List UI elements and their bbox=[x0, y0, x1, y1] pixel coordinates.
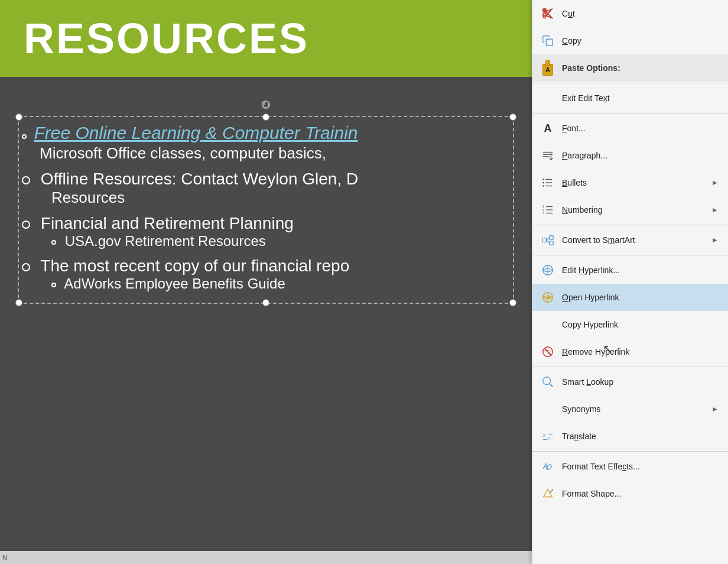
slide-content-area[interactable]: ↻ Free Online Learning & Computer Traini… bbox=[0, 77, 532, 316]
convert-smartart-arrow: ► bbox=[711, 236, 719, 244]
svg-point-10 bbox=[542, 179, 544, 180]
svg-rect-22 bbox=[542, 238, 546, 242]
svg-line-40 bbox=[550, 490, 554, 493]
slide-title: RESOURCES bbox=[24, 14, 309, 63]
bullet-item-4: The most recent copy of our financial re… bbox=[22, 257, 510, 292]
bullet-sub-4: AdWorks Employee Benefits Guide bbox=[22, 275, 510, 292]
divider-1 bbox=[532, 83, 728, 83]
copy-icon bbox=[538, 31, 557, 50]
divider-3 bbox=[532, 225, 728, 225]
slide-header: RESOURCES bbox=[0, 0, 532, 77]
svg-text:A: A bbox=[548, 436, 551, 440]
divider-5 bbox=[532, 367, 728, 367]
svg-text:A: A bbox=[542, 462, 548, 471]
divider-2 bbox=[532, 113, 728, 114]
convert-smartart-icon bbox=[538, 231, 557, 249]
svg-rect-24 bbox=[550, 241, 553, 245]
bullet-sub-2: Resources bbox=[22, 189, 510, 207]
handle-tl[interactable] bbox=[15, 114, 22, 121]
svg-line-26 bbox=[546, 240, 550, 243]
menu-item-copy-hyperlink[interactable]: Copy Hyperlink bbox=[532, 311, 728, 338]
open-hyperlink-label: Open Hyperlink bbox=[562, 293, 719, 302]
bullet-main-3: Financial and Retirement Planning bbox=[41, 214, 294, 232]
menu-item-synonyms[interactable]: Synonyms ► bbox=[532, 396, 728, 423]
smart-lookup-icon bbox=[538, 372, 557, 391]
synonyms-label: Synonyms bbox=[562, 404, 711, 414]
bullets-icon bbox=[538, 173, 557, 192]
format-text-effects-label: Format Text Effects... bbox=[562, 462, 719, 471]
handle-br[interactable] bbox=[509, 299, 516, 306]
bullet-dot-1 bbox=[22, 134, 27, 139]
menu-item-paragraph[interactable]: Paragraph... bbox=[532, 142, 728, 169]
edit-hyperlink-label: Edit Hyperlink... bbox=[562, 265, 719, 275]
svg-line-3 bbox=[546, 9, 552, 12]
bullet-main-2: Offline Resources: Contact Weylon Glen, … bbox=[22, 170, 358, 188]
menu-item-font[interactable]: A Font... bbox=[532, 115, 728, 142]
edit-hyperlink-icon bbox=[538, 261, 557, 280]
svg-rect-5 bbox=[546, 39, 552, 46]
menu-item-exit-edit-text[interactable]: Exit Edit Text bbox=[532, 85, 728, 112]
numbering-icon: 1 2 3 bbox=[538, 200, 557, 219]
bullet-item-3: Financial and Retirement Planning USA.go… bbox=[22, 214, 510, 249]
bullet-sub-text-1: Microsoft Office classes, computer basic… bbox=[22, 144, 510, 163]
bullet-circle-4 bbox=[22, 263, 30, 271]
font-label: Font... bbox=[562, 124, 719, 133]
menu-item-bullets[interactable]: Bullets ► bbox=[532, 169, 728, 196]
bullets-arrow: ► bbox=[711, 179, 719, 187]
menu-item-format-text-effects[interactable]: A Format Text Effects... bbox=[532, 453, 728, 480]
menu-item-copy[interactable]: Copy bbox=[532, 27, 728, 54]
svg-point-12 bbox=[542, 182, 544, 184]
svg-point-14 bbox=[542, 185, 544, 187]
menu-item-format-shape[interactable]: Format Shape... bbox=[532, 480, 728, 507]
paragraph-label: Paragraph... bbox=[562, 151, 719, 160]
bullet-item-2: Offline Resources: Contact Weylon Glen, … bbox=[22, 170, 510, 207]
remove-hyperlink-icon bbox=[538, 342, 557, 361]
translate-label: Translate bbox=[562, 432, 719, 441]
bullet-item-1: Free Online Learning & Computer Trainin … bbox=[22, 123, 510, 163]
menu-item-convert-smartart[interactable]: Convert to SmartArt ► bbox=[532, 226, 728, 254]
bullet-circle-2 bbox=[22, 176, 30, 184]
svg-text:文: 文 bbox=[542, 433, 546, 437]
numbering-label: Numbering bbox=[562, 205, 711, 215]
bullet-circle-3 bbox=[22, 221, 30, 229]
copy-hyperlink-label: Copy Hyperlink bbox=[562, 320, 719, 329]
menu-item-open-hyperlink[interactable]: Open Hyperlink bbox=[532, 284, 728, 311]
svg-line-34 bbox=[550, 384, 553, 387]
synonyms-arrow: ► bbox=[711, 405, 719, 413]
menu-item-smart-lookup[interactable]: Smart Lookup bbox=[532, 368, 728, 396]
svg-line-25 bbox=[546, 238, 550, 240]
exit-edit-text-label: Exit Edit Text bbox=[562, 93, 719, 103]
handle-bl[interactable] bbox=[15, 299, 22, 306]
sub-bullet-4 bbox=[51, 283, 56, 287]
handle-bm[interactable] bbox=[262, 299, 269, 306]
bullets-label: Bullets bbox=[562, 178, 711, 187]
copy-label: Copy bbox=[562, 36, 719, 46]
menu-item-remove-hyperlink[interactable]: Remove Hyperlink bbox=[532, 338, 728, 365]
exit-edit-text-icon bbox=[538, 89, 557, 108]
menu-item-translate[interactable]: 文 A Translate bbox=[532, 423, 728, 450]
handle-tr[interactable] bbox=[509, 114, 516, 121]
font-icon: A bbox=[538, 119, 557, 138]
synonyms-icon bbox=[538, 400, 557, 419]
menu-item-cut[interactable]: Cut bbox=[532, 0, 728, 27]
paste-options-label: Paste Options: bbox=[562, 63, 719, 73]
handle-tm[interactable] bbox=[262, 114, 269, 121]
open-hyperlink-icon bbox=[538, 288, 557, 307]
paragraph-icon bbox=[538, 146, 557, 165]
status-bar: N bbox=[0, 551, 532, 564]
menu-item-paste-options-header: A Paste Options: bbox=[532, 54, 728, 82]
bullet-main-4: The most recent copy of our financial re… bbox=[40, 257, 349, 275]
menu-item-edit-hyperlink[interactable]: Edit Hyperlink... bbox=[532, 257, 728, 284]
format-shape-label: Format Shape... bbox=[562, 489, 719, 498]
copy-hyperlink-icon bbox=[538, 315, 557, 334]
svg-text:3: 3 bbox=[542, 211, 544, 215]
svg-rect-23 bbox=[550, 236, 553, 239]
menu-item-numbering[interactable]: 1 2 3 Numbering ► bbox=[532, 196, 728, 223]
bullet-sub-3: USA.gov Retirement Resources bbox=[22, 233, 510, 249]
divider-6 bbox=[532, 451, 728, 452]
cut-icon bbox=[538, 4, 557, 23]
paste-options-icon: A bbox=[538, 59, 557, 77]
convert-smartart-label: Convert to SmartArt bbox=[562, 235, 711, 245]
sub-bullet-3 bbox=[51, 240, 56, 245]
svg-line-32 bbox=[545, 349, 551, 355]
